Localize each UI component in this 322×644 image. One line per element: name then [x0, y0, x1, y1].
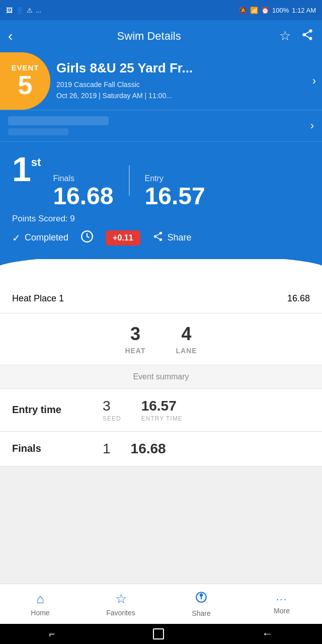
status-right-icons: 🔕 📶 ⏰ 100% 1:12 AM	[239, 7, 316, 14]
page-title: Swim Details	[19, 30, 279, 43]
finals-summary-label: Finals	[12, 443, 103, 454]
heat-lane-row: 3 HEAT 4 LANE	[0, 313, 322, 365]
battery-text: 100%	[272, 7, 289, 14]
finals-summary-time: 16.68	[131, 441, 166, 457]
account-icon: 👤	[16, 7, 24, 14]
heat-number: 3	[125, 324, 145, 345]
seed-label: SEED	[103, 415, 121, 422]
heat-place-row: Heat Place 1 16.68	[0, 284, 322, 313]
share-action-item[interactable]: Share	[152, 231, 192, 245]
results-row: 1 st Finals 16.68 Entry 16.57	[12, 152, 310, 210]
home-icon: ⌂	[36, 591, 44, 607]
heat-label: HEAT	[125, 347, 145, 355]
event-title: Girls 8&U 25 Yard Fr...	[56, 60, 306, 76]
event-info: Girls 8&U 25 Yard Fr... 2019 Cascade Fal…	[50, 52, 312, 110]
gallery-icon: 🖼	[6, 7, 13, 14]
entry-section: Entry 16.57	[145, 174, 205, 210]
entry-time-row: Entry time 3 SEED 16.57 ENTRY TIME	[0, 389, 322, 432]
event-summary-header: Event summary	[0, 365, 322, 389]
heat-place-label: Heat Place 1	[12, 293, 64, 304]
favorites-icon: ☆	[115, 591, 127, 607]
status-dots: ...	[36, 7, 41, 14]
points-label: Points Scored:	[12, 214, 68, 223]
place-badge: 1 st	[12, 152, 41, 186]
android-nav-bar: ⌐ ←	[0, 624, 322, 644]
details-section: Heat Place 1 16.68 3 HEAT 4 LANE Event s…	[0, 284, 322, 466]
bottom-nav-share[interactable]: Share	[161, 584, 242, 624]
finals-place-number: 1	[103, 441, 111, 457]
event-number: 5	[18, 72, 33, 98]
seed-group: 3 SEED	[103, 398, 121, 422]
bottom-nav-more[interactable]: ··· More	[242, 584, 322, 624]
seed-number: 3	[103, 398, 121, 414]
back-button[interactable]: ‹	[8, 28, 13, 44]
points-value: 9	[70, 214, 74, 223]
time-display: 1:12 AM	[292, 7, 316, 14]
favorites-label: Favorites	[106, 609, 135, 617]
entry-time-group: 16.57 ENTRY TIME	[141, 398, 183, 422]
event-meet: 2019 Cascade Fall Classic	[56, 79, 306, 90]
heat-item: 3 HEAT	[125, 324, 145, 355]
finals-place-group: 1	[103, 441, 111, 457]
favorite-icon[interactable]: ☆	[279, 28, 291, 44]
share-bottom-label: Share	[192, 609, 210, 617]
event-card[interactable]: EVENT 5 Girls 8&U 25 Yard Fr... 2019 Cas…	[0, 52, 322, 110]
entry-time-label: Entry time	[12, 404, 103, 416]
place-suffix: st	[31, 156, 41, 169]
completed-item: ✓ Completed	[12, 232, 68, 244]
warning-icon: ⚠	[27, 7, 33, 14]
lane-item: 4 LANE	[176, 324, 197, 355]
results-area: 1 st Finals 16.68 Entry 16.57 Points Sco…	[0, 142, 322, 259]
action-row: ✓ Completed +0.11 Share	[12, 230, 310, 254]
share-bottom-icon	[195, 591, 208, 607]
heat-place-time: 16.68	[287, 293, 310, 304]
clock-icon[interactable]	[80, 230, 94, 246]
entry-time-sublabel: ENTRY TIME	[141, 415, 183, 422]
more-icon: ···	[276, 593, 288, 605]
lane-number: 4	[176, 324, 197, 345]
swimmer-row[interactable]: ›	[0, 110, 322, 142]
recent-apps-button[interactable]: ⌐	[49, 628, 55, 640]
wave-divider	[0, 259, 322, 284]
swimmer-name	[8, 116, 109, 125]
event-badge: EVENT 5	[0, 52, 50, 110]
finals-summary-details: 1 16.68	[103, 441, 166, 457]
finals-section: Finals 16.68	[53, 174, 113, 210]
checkmark-icon: ✓	[12, 232, 21, 244]
bottom-nav: ⌂ Home ☆ Favorites Share ··· More	[0, 584, 322, 624]
share-action-icon	[152, 231, 164, 245]
swimmer-chevron-icon[interactable]: ›	[310, 119, 314, 132]
status-left-icons: 🖼 👤 ⚠ ...	[6, 7, 41, 14]
lane-label: LANE	[176, 347, 197, 355]
home-button[interactable]	[153, 628, 164, 639]
entry-label: Entry	[145, 174, 205, 183]
wifi-icon: 📶	[250, 7, 258, 14]
event-date: Oct 26, 2019 | Saturday AM | 11:00...	[56, 90, 306, 101]
nav-icons: ☆	[279, 28, 314, 44]
entry-time-details: 3 SEED 16.57 ENTRY TIME	[103, 398, 183, 422]
completed-text: Completed	[25, 232, 68, 243]
top-nav: ‹ Swim Details ☆	[0, 20, 322, 52]
mute-icon: 🔕	[239, 7, 247, 14]
swimmer-team	[8, 128, 68, 135]
share-nav-icon[interactable]	[301, 28, 314, 44]
home-label: Home	[31, 609, 49, 617]
bottom-nav-home[interactable]: ⌂ Home	[0, 584, 80, 624]
share-action-text: Share	[168, 232, 192, 243]
finals-summary-row: Finals 1 16.68	[0, 432, 322, 466]
points-row: Points Scored: 9	[12, 214, 310, 224]
svg-point-2	[200, 594, 202, 596]
diff-badge[interactable]: +0.11	[106, 230, 140, 246]
status-bar: 🖼 👤 ⚠ ... 🔕 📶 ⏰ 100% 1:12 AM	[0, 0, 322, 20]
time-divider	[129, 166, 130, 196]
entry-time: 16.57	[145, 183, 205, 210]
alarm-icon: ⏰	[261, 7, 269, 14]
event-summary-title: Event summary	[133, 372, 189, 381]
swimmer-info	[8, 116, 310, 135]
finals-label: Finals	[53, 174, 113, 183]
bottom-nav-favorites[interactable]: ☆ Favorites	[80, 584, 161, 624]
back-nav-button[interactable]: ←	[262, 627, 273, 640]
event-chevron-icon[interactable]: ›	[312, 52, 322, 110]
finals-time: 16.68	[53, 183, 113, 210]
finals-time-group: 16.68	[131, 441, 166, 457]
